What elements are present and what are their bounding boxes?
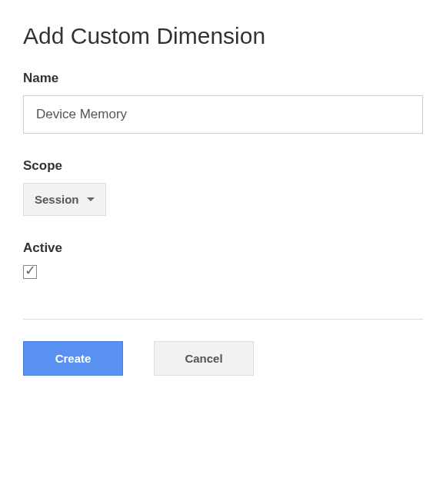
scope-dropdown[interactable]: Session <box>23 183 106 216</box>
page-title: Add Custom Dimension <box>23 23 423 49</box>
cancel-button[interactable]: Cancel <box>154 341 254 376</box>
checkmark-icon: ✓ <box>25 264 36 277</box>
button-row: Create Cancel <box>23 341 423 376</box>
scope-dropdown-selected: Session <box>35 193 79 206</box>
active-label: Active <box>23 240 423 256</box>
caret-down-icon <box>87 197 95 201</box>
scope-label: Scope <box>23 158 423 174</box>
name-field-group: Name <box>23 71 423 134</box>
active-checkbox[interactable]: ✓ <box>23 265 37 279</box>
create-button[interactable]: Create <box>23 341 123 376</box>
name-input[interactable] <box>23 95 423 134</box>
active-field-group: Active ✓ <box>23 240 423 282</box>
divider <box>23 319 423 320</box>
scope-field-group: Scope Session <box>23 158 423 216</box>
name-label: Name <box>23 71 423 86</box>
active-checkbox-wrapper: ✓ <box>23 265 37 279</box>
